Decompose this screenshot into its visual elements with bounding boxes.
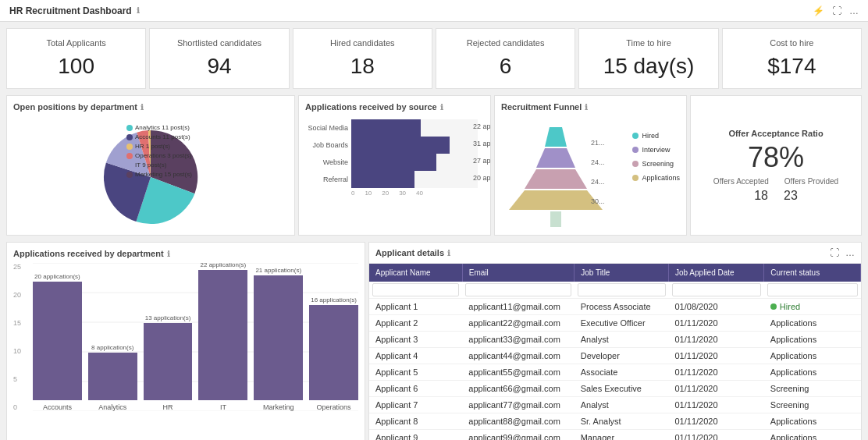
cell-job: Sr. Analyst <box>575 413 669 430</box>
cell-name: Applicant 6 <box>369 381 462 397</box>
legend-screening: Screening <box>632 160 680 168</box>
cell-name: Applicant 8 <box>369 413 462 430</box>
cell-email: applicant33@gmail.com <box>462 332 574 348</box>
info-icon[interactable]: ℹ <box>167 250 170 258</box>
info-icon[interactable]: ℹ <box>585 103 588 112</box>
cell-name: Applicant 1 <box>369 299 462 315</box>
status-normal: Applications <box>770 351 816 360</box>
svg-text:24...: 24... <box>591 178 605 186</box>
table-header-row: Applicant Name Email Job Title Job Appli… <box>369 264 861 282</box>
info-icon[interactable]: ℹ <box>447 249 450 257</box>
kpi-value: 18 <box>301 54 424 79</box>
pie-chart: Analytics 11 post(s) Accounts 11 post(s)… <box>13 116 288 236</box>
svg-text:24...: 24... <box>591 158 605 166</box>
expand-table-icon[interactable]: ⛶ <box>830 247 839 258</box>
more-icon[interactable]: … <box>849 5 859 16</box>
filter-row <box>369 282 861 299</box>
svg-text:30...: 30... <box>591 197 605 205</box>
funnel-title: Recruitment Funnel ℹ <box>501 102 680 112</box>
cell-email: applicant55@gmail.com <box>462 364 574 381</box>
cell-name: Applicant 9 <box>369 430 462 441</box>
filter-name[interactable] <box>372 283 459 296</box>
offer-title: Offer Acceptance Ratio <box>728 129 823 138</box>
bar-row-social: Social Media 22 application(s) <box>305 119 478 137</box>
cell-status: Applications <box>764 315 861 332</box>
cell-job: Analyst <box>575 332 669 348</box>
dept-applications-title: Applications received by department ℹ <box>13 249 358 258</box>
kpi-value: 100 <box>15 54 137 79</box>
filter-status[interactable] <box>767 283 858 296</box>
cell-status: Applications <box>764 332 861 348</box>
status-normal: Applications <box>770 318 816 328</box>
info-icon[interactable]: ℹ <box>141 103 144 112</box>
table-header-bar: Applicant details ℹ ⛶ … <box>369 243 861 264</box>
titlebar-left: HR Recruitment Dashboard ℹ <box>9 5 140 16</box>
col-date: Job Applied Date <box>669 264 764 282</box>
applications-source-title: Applications received by source ℹ <box>305 102 484 112</box>
funnel-chart: 30... 24... 24... 21... Hired <box>501 116 680 236</box>
cell-date: 01/11/2020 <box>669 381 764 397</box>
table-actions: ⛶ … <box>830 247 855 258</box>
kpi-card-3: Rejected candidates6 <box>436 28 575 89</box>
kpi-label: Time to hire <box>587 38 710 48</box>
svg-marker-0 <box>509 190 603 210</box>
cell-date: 01/11/2020 <box>669 364 764 381</box>
applications-source-panel: Applications received by source ℹ Social… <box>298 95 491 236</box>
cell-status: Applications <box>764 364 861 381</box>
table-row: Applicant 5 applicant55@gmail.com Associ… <box>369 364 861 381</box>
lightning-icon[interactable]: ⚡ <box>813 5 824 16</box>
filter-job[interactable] <box>578 283 666 296</box>
cell-email: applicant11@gmail.com <box>462 299 574 315</box>
cell-date: 01/11/2020 <box>669 348 764 364</box>
vbars: 20 application(s) Accounts 8 application… <box>33 263 358 411</box>
cell-job: Developer <box>575 348 669 364</box>
status-hired: Hired <box>770 302 855 311</box>
more-table-icon[interactable]: … <box>845 247 855 258</box>
offers-provided-value: 23 <box>784 189 798 203</box>
filter-email[interactable] <box>465 283 571 296</box>
cell-status: Applications <box>764 413 861 430</box>
cell-email: applicant22@gmail.com <box>462 315 574 332</box>
table-row: Applicant 4 applicant44@gmail.com Develo… <box>369 348 861 364</box>
offer-acceptance-panel: Offer Acceptance Ratio 78% Offers Accept… <box>690 95 862 236</box>
open-positions-panel: Open positions by department ℹ <box>6 95 295 236</box>
titlebar: HR Recruitment Dashboard ℹ ⚡ ⛶ … <box>0 0 868 22</box>
status-normal: Screening <box>770 400 809 410</box>
filter-date[interactable] <box>672 283 761 296</box>
vbar-it: 22 application(s) IT <box>198 261 247 411</box>
info-icon[interactable]: ℹ <box>137 6 140 15</box>
offers-accepted-label: Offers Accepted <box>713 177 769 186</box>
table-row: Applicant 7 applicant77@gmail.com Analys… <box>369 397 861 413</box>
titlebar-right: ⚡ ⛶ … <box>813 5 859 16</box>
horiz-bar-chart: Social Media 22 application(s) Job Board… <box>305 116 484 200</box>
funnel-legend: Hired Interview Screening Applications <box>632 116 680 182</box>
applicant-details-panel: Applicant details ℹ ⛶ … Applicant Name E… <box>368 242 862 440</box>
table-row: Applicant 9 applicant99@gmail.com Manage… <box>369 430 861 441</box>
cell-name: Applicant 2 <box>369 315 462 332</box>
expand-icon[interactable]: ⛶ <box>832 5 841 16</box>
vbar-marketing: 21 application(s) Marketing <box>254 267 303 411</box>
col-job: Job Title <box>575 264 669 282</box>
cell-status: Hired <box>764 299 861 315</box>
cell-date: 01/11/2020 <box>669 315 764 332</box>
cell-status: Applications <box>764 348 861 364</box>
svg-marker-3 <box>545 127 567 147</box>
vbar-hr: 13 application(s) HR <box>144 314 193 411</box>
kpi-card-4: Time to hire15 day(s) <box>578 28 718 89</box>
cell-status: Screening <box>764 381 861 397</box>
table-scroll[interactable]: Applicant Name Email Job Title Job Appli… <box>369 264 861 440</box>
funnel-svg-wrap: 30... 24... 24... 21... <box>501 116 626 236</box>
kpi-label: Cost to hire <box>731 38 853 48</box>
kpi-value: $174 <box>731 54 853 79</box>
col-email: Email <box>462 264 574 282</box>
cell-job: Process Associate <box>575 299 669 315</box>
cell-job: Sales Executive <box>575 381 669 397</box>
cell-job: Manager <box>575 430 669 441</box>
info-icon[interactable]: ℹ <box>440 103 443 112</box>
offers-accepted-value: 18 <box>754 189 768 203</box>
vbar-accounts: 20 application(s) Accounts <box>33 273 82 411</box>
legend-applications: Applications <box>632 174 680 182</box>
table-title: Applicant details ℹ <box>375 248 450 257</box>
cell-status: Applications <box>764 430 861 441</box>
status-normal: Applications <box>770 367 816 377</box>
